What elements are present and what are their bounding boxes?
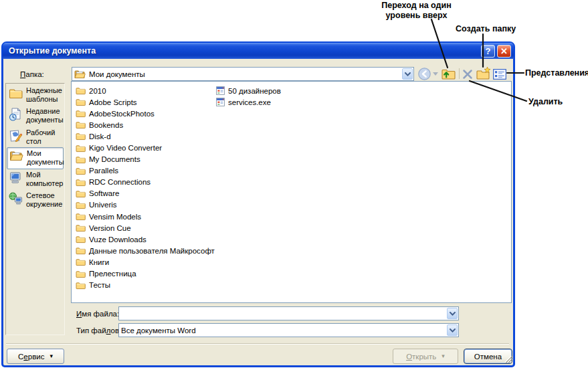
- file-name: services.exe: [228, 98, 271, 106]
- folder-icon: [76, 167, 86, 175]
- sidebar-item-recent-documents[interactable]: Недавниедокументы: [7, 106, 64, 126]
- filetype-combobox-value: Все документы Word: [121, 327, 196, 335]
- folder-icon: [76, 235, 86, 244]
- folder-label: Папка:: [20, 70, 44, 78]
- file-list-item[interactable]: AdobeStockPhotos: [74, 108, 215, 119]
- title-bar[interactable]: Открытие документа ? ✕: [3, 43, 514, 59]
- back-icon[interactable]: [417, 67, 431, 81]
- file-name: Parallels: [89, 167, 118, 175]
- folder-icon: [76, 109, 86, 118]
- application-file-icon: [216, 86, 225, 95]
- sidebar-item-label: Рабочийстол: [26, 128, 55, 147]
- sidebar-item-network[interactable]: Сетевоеокружение: [7, 190, 64, 210]
- chevron-down-icon: ▾: [50, 353, 53, 359]
- close-button[interactable]: ✕: [497, 45, 511, 58]
- trusted-templates-icon: [9, 86, 23, 105]
- sidebar-item-desktop[interactable]: Рабочийстол: [7, 127, 64, 147]
- file-name: 2010: [89, 87, 106, 95]
- file-list-item[interactable]: Software: [74, 188, 215, 199]
- toolbar-separator: [459, 68, 460, 79]
- sidebar-item-label: Недавниедокументы: [26, 107, 64, 126]
- footer-divider: [6, 343, 509, 345]
- sidebar-item-my-documents[interactable]: Моидокументы: [7, 147, 64, 169]
- file-list-item[interactable]: Vensim Models: [74, 211, 215, 222]
- file-list-item[interactable]: Vuze Downloads: [74, 234, 215, 245]
- file-name: Disk-d: [89, 132, 111, 141]
- program-column: 50 дизайнеров: [215, 85, 281, 108]
- file-name: Книги: [89, 258, 109, 266]
- file-name: Kigo Video Converter: [89, 144, 162, 152]
- filename-combobox-arrow[interactable]: [447, 308, 458, 319]
- sidebar-item-trusted-templates[interactable]: Надежныешаблоны: [7, 85, 64, 105]
- folder-icon: [76, 155, 86, 164]
- resize-grip[interactable]: [504, 355, 512, 365]
- filetype-label: Тип файлов:: [76, 327, 121, 335]
- file-list-item[interactable]: services.exe: [215, 96, 281, 108]
- annotated-screenshot: Переход на один уровень вверх Создать па…: [0, 0, 588, 372]
- file-list-item[interactable]: Adobe Scripts: [74, 96, 215, 108]
- filetype-combobox-arrow[interactable]: [447, 324, 458, 336]
- views-icon[interactable]: [492, 68, 506, 80]
- filetype-combobox[interactable]: Все документы Word: [118, 323, 459, 337]
- recent-documents-icon: [9, 107, 23, 126]
- sidebar-item-label: Сетевоеокружение: [26, 191, 62, 210]
- open-document-dialog: Открытие документа ? ✕ Папка: Мои докуме…: [1, 41, 515, 367]
- callout-up-one-level-line1: Переход на один: [368, 1, 465, 11]
- file-name: RDC Connections: [89, 178, 151, 186]
- my-documents-icon: [9, 149, 24, 169]
- my-computer-icon: [9, 171, 23, 189]
- up-one-level-icon[interactable]: [441, 66, 456, 81]
- create-folder-icon[interactable]: [476, 66, 492, 81]
- sidebar-item-label: Мойкомпьютер: [26, 171, 63, 189]
- folder-icon: [76, 201, 86, 209]
- file-list-item[interactable]: Parallels: [74, 165, 215, 177]
- desktop-icon: [9, 128, 23, 147]
- file-name: Bookends: [89, 121, 123, 129]
- sidebar-item-label: Надежныешаблоны: [26, 86, 62, 105]
- file-list-item[interactable]: Данные пользователя Майкрософт: [74, 245, 215, 256]
- file-list-item[interactable]: Univeris: [74, 199, 215, 211]
- file-name: Univeris: [89, 201, 117, 209]
- file-name: AdobeStockPhotos: [89, 110, 155, 118]
- dialog-title: Открытие документа: [9, 46, 479, 56]
- file-list-item[interactable]: Тесты: [74, 280, 215, 291]
- delete-icon[interactable]: [461, 68, 474, 80]
- callout-up-one-level-line2: уровень вверх: [368, 11, 465, 21]
- file-list-item[interactable]: 2010: [74, 85, 215, 96]
- cancel-button-label: Отмена: [474, 353, 502, 361]
- callout-views: Представления: [525, 68, 588, 78]
- folder-icon: [76, 178, 86, 187]
- file-list-item[interactable]: Disk-d: [74, 130, 215, 142]
- places-sidebar: Надежныешаблоны Недавниед: [5, 83, 65, 335]
- folder-combobox-arrow[interactable]: [402, 68, 413, 80]
- sidebar-item-my-computer[interactable]: Мойкомпьютер: [7, 169, 64, 189]
- folder-icon: [76, 246, 86, 255]
- file-list-item[interactable]: Version Cue: [74, 222, 215, 234]
- file-list-item[interactable]: Bookends: [74, 119, 215, 130]
- file-name: Прелестница: [89, 270, 136, 278]
- file-list-item[interactable]: Kigo Video Converter: [74, 142, 215, 153]
- folder-icon: [76, 281, 86, 290]
- file-name: Vensim Models: [89, 213, 141, 221]
- file-list-item[interactable]: Прелестница: [74, 268, 215, 280]
- back-history-caret-icon[interactable]: [432, 72, 438, 76]
- folder-icon: [76, 98, 86, 106]
- file-list-item[interactable]: RDC Connections: [74, 177, 215, 188]
- open-button-label: Открыть: [406, 353, 436, 361]
- tools-button[interactable]: Сервис ▾: [7, 349, 64, 364]
- file-list-item[interactable]: My Documents: [74, 154, 215, 165]
- folder-combobox[interactable]: Мои документы: [72, 67, 414, 81]
- callout-create-folder: Создать папку: [456, 24, 516, 34]
- filename-combobox[interactable]: [118, 306, 459, 320]
- file-list[interactable]: 2010 Adobe Scripts: [71, 81, 512, 303]
- folder-icon: [76, 223, 86, 232]
- folder-icon: [76, 189, 86, 198]
- file-list-item[interactable]: 50 дизайнеров: [215, 85, 281, 96]
- open-button[interactable]: Открыть ▾: [393, 349, 458, 364]
- file-name: Software: [89, 189, 119, 197]
- file-name: Данные пользователя Майкрософт: [89, 247, 215, 255]
- help-button[interactable]: ?: [481, 45, 495, 58]
- sidebar-item-label: Моидокументы: [27, 149, 64, 169]
- file-list-item[interactable]: Книги: [74, 256, 215, 268]
- file-name: Version Cue: [89, 224, 131, 232]
